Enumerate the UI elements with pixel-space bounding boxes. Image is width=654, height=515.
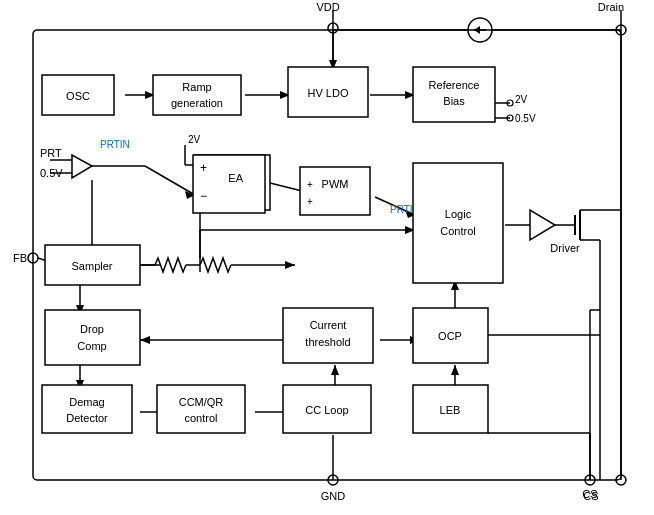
curthresh-label2: threshold bbox=[305, 336, 350, 348]
logiccontrol-block bbox=[413, 163, 503, 283]
logiccontrol-label2: Control bbox=[440, 225, 475, 237]
prt-05v-label: 0.5V bbox=[40, 167, 63, 179]
ocp-label: OCP bbox=[438, 330, 462, 342]
block-diagram: + − EA 2V + + PRTIN bbox=[0, 0, 654, 515]
pwm-block bbox=[300, 167, 370, 215]
svg-text:+: + bbox=[307, 196, 313, 207]
pwm-label: PWM bbox=[322, 178, 349, 190]
05v-label: 0.5V bbox=[515, 113, 536, 124]
svg-marker-80 bbox=[331, 365, 339, 375]
2v-label: 2V bbox=[515, 94, 528, 105]
ccloop-label: CC Loop bbox=[305, 404, 348, 416]
ccmqr-block bbox=[157, 385, 245, 433]
prt-label: PRT bbox=[40, 147, 62, 159]
svg-marker-84 bbox=[451, 365, 459, 375]
fb-label: FB bbox=[13, 252, 27, 264]
svg-marker-30 bbox=[72, 155, 92, 178]
ramp-label2: generation bbox=[171, 97, 223, 109]
refbias-label2: Bias bbox=[443, 95, 465, 107]
svg-line-43 bbox=[145, 166, 195, 195]
ccmqr-label2: control bbox=[184, 412, 217, 424]
demag-block bbox=[42, 385, 132, 433]
diagram-svg: + − EA 2V + + PRTIN bbox=[0, 0, 654, 515]
prtin-label: PRTIN bbox=[100, 139, 130, 150]
sampler-label: Sampler bbox=[72, 260, 113, 272]
svg-marker-51 bbox=[530, 210, 555, 240]
leb-label: LEB bbox=[440, 404, 461, 416]
demag-label2: Detector bbox=[66, 412, 108, 424]
driver-label: Driver bbox=[550, 242, 580, 254]
cs-bottom-label: CS bbox=[582, 488, 597, 500]
ea-plus: + bbox=[200, 161, 207, 175]
svg-text:+: + bbox=[307, 179, 313, 190]
refbias-label1: Reference bbox=[429, 79, 480, 91]
hvldo-label: HV LDO bbox=[308, 87, 349, 99]
vdd-label: VDD bbox=[316, 1, 339, 13]
svg-text:2V: 2V bbox=[188, 134, 201, 145]
svg-marker-29 bbox=[474, 26, 480, 34]
dropcomp-block bbox=[45, 310, 140, 365]
osc-label: OSC bbox=[66, 90, 90, 102]
gnd-label: GND bbox=[321, 490, 346, 502]
svg-marker-66 bbox=[285, 261, 295, 269]
ea-label: EA bbox=[228, 172, 243, 184]
logiccontrol-label1: Logic bbox=[445, 208, 472, 220]
drain-label: Drain bbox=[598, 1, 624, 13]
ramp-label: Ramp bbox=[182, 81, 211, 93]
ccmqr-label1: CCM/QR bbox=[179, 396, 224, 408]
dropcomp-label1: Drop bbox=[80, 323, 104, 335]
dropcomp-label2: Comp bbox=[77, 340, 106, 352]
curthresh-label1: Current bbox=[310, 319, 347, 331]
demag-label1: Demag bbox=[69, 396, 104, 408]
ea-minus: − bbox=[200, 189, 207, 203]
